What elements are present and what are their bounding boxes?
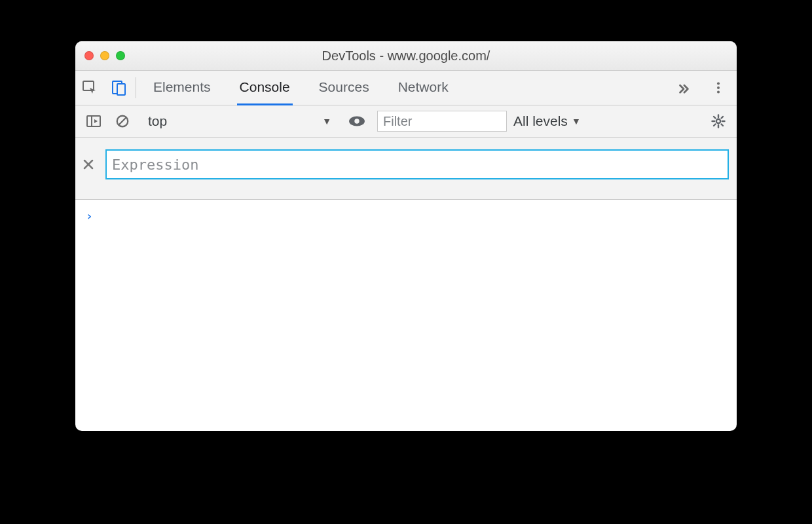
kebab-menu-icon[interactable] [704,81,733,95]
tab-network[interactable]: Network [396,71,451,105]
console-toolbar: top ▼ All levels ▼ [75,105,737,138]
console-prompt-icon: › [86,209,93,223]
svg-rect-2 [117,84,125,95]
main-toolbar: Elements Console Sources Network [75,71,737,105]
panel-tabs: Elements Console Sources Network [139,71,669,105]
console-output[interactable]: › [75,200,737,232]
context-label: top [148,113,167,129]
device-toolbar-icon[interactable] [104,71,133,105]
live-expression-icon[interactable] [342,113,371,130]
svg-line-19 [714,124,716,126]
tab-label: Network [398,79,449,95]
live-expression-row [75,138,737,200]
live-expression-input[interactable] [105,149,729,179]
clear-console-icon[interactable] [108,114,137,128]
svg-point-11 [354,119,359,123]
tab-label: Console [240,79,290,95]
execution-context-select[interactable]: top ▼ [143,105,337,137]
console-settings-icon[interactable] [704,113,733,129]
svg-point-3 [717,83,720,85]
svg-line-17 [714,117,716,119]
svg-rect-6 [87,116,100,126]
console-filter-input[interactable] [377,111,507,132]
tab-label: Sources [319,79,369,95]
toggle-sidebar-icon[interactable] [79,113,108,129]
levels-label: All levels [513,113,568,129]
titlebar: DevTools - www.google.com/ [75,41,737,71]
chevron-down-icon: ▼ [572,116,581,126]
window-controls [84,51,125,60]
tab-sources[interactable]: Sources [316,71,372,105]
svg-line-20 [722,117,724,119]
window-minimize-button[interactable] [100,51,109,60]
svg-point-5 [717,90,720,93]
inspect-element-icon[interactable] [75,71,104,105]
svg-line-18 [722,124,724,126]
devtools-window: DevTools - www.google.com/ Elements [75,41,737,431]
log-levels-select[interactable]: All levels ▼ [507,113,587,129]
window-title: DevTools - www.google.com/ [75,48,737,64]
chevron-down-icon: ▼ [322,116,331,126]
svg-line-9 [119,118,126,125]
tab-label: Elements [153,79,211,95]
more-tabs-icon[interactable] [669,81,698,95]
tab-console[interactable]: Console [237,71,293,105]
remove-expression-icon[interactable] [83,159,99,170]
tab-elements[interactable]: Elements [151,71,213,105]
svg-point-12 [716,119,720,123]
window-close-button[interactable] [84,51,94,60]
divider [136,77,136,98]
svg-point-4 [717,86,720,89]
window-zoom-button[interactable] [116,51,125,60]
